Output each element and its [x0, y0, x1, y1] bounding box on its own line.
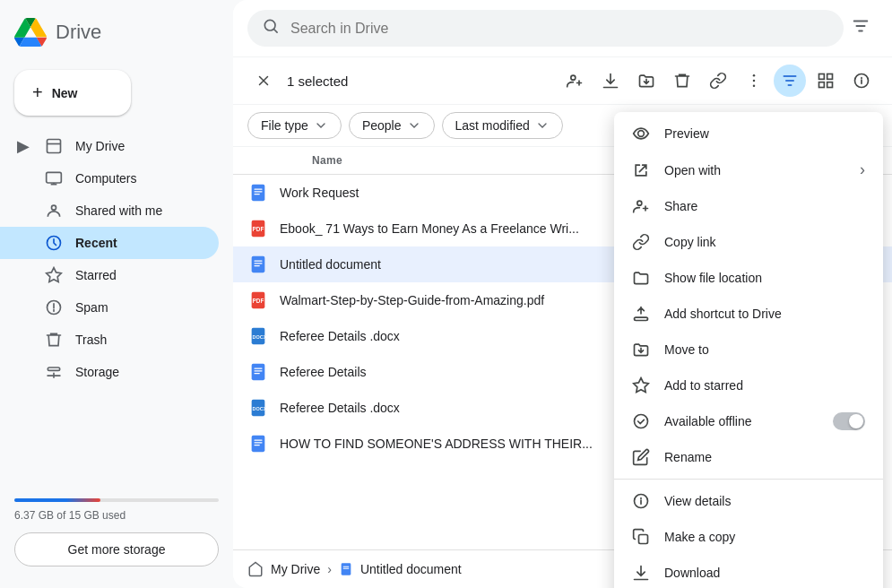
breadcrumb-drive-icon	[247, 561, 264, 577]
menu-item-move-to[interactable]: Move to	[614, 332, 883, 368]
sidebar-label-recent: Recent	[75, 236, 117, 250]
storage-text: 6.37 GB of 15 GB used	[14, 509, 219, 522]
svg-text:PDF: PDF	[253, 298, 264, 304]
new-button-label: New	[52, 86, 78, 100]
share-user-button[interactable]	[559, 65, 591, 97]
search-input[interactable]	[290, 21, 829, 37]
download-menu-icon	[632, 564, 650, 582]
move-to-icon	[632, 341, 650, 359]
sidebar-item-spam[interactable]: ▶ Spam	[0, 291, 219, 324]
download-label: Download	[664, 566, 865, 580]
svg-rect-31	[254, 373, 259, 374]
file-icon-1	[247, 182, 269, 203]
starred-icon	[45, 266, 63, 284]
delete-button[interactable]	[666, 65, 698, 97]
svg-rect-11	[819, 82, 825, 88]
svg-point-8	[753, 85, 756, 88]
sidebar-label-storage: Storage	[75, 365, 119, 379]
menu-item-view-details[interactable]: View details	[614, 483, 883, 519]
menu-item-rename[interactable]: Rename	[614, 439, 883, 475]
computers-icon	[45, 169, 63, 187]
svg-rect-29	[254, 368, 262, 368]
svg-rect-22	[254, 263, 262, 264]
available-offline-toggle[interactable]	[833, 412, 865, 430]
file-icon-3	[247, 254, 269, 275]
spam-icon	[45, 298, 63, 316]
my-drive-icon	[45, 137, 63, 155]
menu-item-available-offline[interactable]: Available offline	[614, 403, 883, 439]
breadcrumb-file[interactable]: Untitled document	[360, 562, 462, 576]
tune-icon[interactable]	[844, 9, 878, 48]
view-details-label: View details	[664, 494, 865, 508]
menu-item-show-location[interactable]: Show file location	[614, 260, 883, 296]
last-modified-filter[interactable]: Last modified	[442, 112, 563, 139]
sidebar: Drive + New ▶ My Drive ▶ Computers ▶	[0, 0, 233, 588]
context-menu: Preview Open with › Share Copy link Show…	[614, 112, 883, 588]
last-modified-chevron-icon	[535, 118, 550, 133]
grid-view-button[interactable]	[810, 65, 842, 97]
share-label: Share	[664, 199, 865, 213]
storage-section: 6.37 GB of 15 GB used Get more storage	[0, 484, 233, 581]
rename-label: Rename	[664, 450, 865, 464]
svg-rect-21	[254, 260, 262, 261]
menu-divider-1	[614, 479, 883, 480]
menu-item-add-shortcut[interactable]: Add shortcut to Drive	[614, 296, 883, 332]
svg-rect-40	[343, 566, 350, 567]
svg-rect-37	[254, 442, 262, 443]
menu-item-download[interactable]: Download	[614, 555, 883, 588]
preview-icon	[632, 125, 650, 143]
svg-rect-9	[819, 74, 825, 80]
svg-rect-16	[254, 191, 262, 192]
make-copy-label: Make a copy	[664, 530, 865, 544]
menu-item-make-copy[interactable]: Make a copy	[614, 519, 883, 555]
svg-point-42	[638, 131, 645, 137]
add-shortcut-label: Add shortcut to Drive	[664, 307, 865, 321]
people-chevron-icon	[407, 118, 421, 133]
download-button[interactable]	[594, 65, 627, 97]
plus-icon: +	[32, 82, 43, 103]
toolbar-icons	[559, 65, 878, 97]
open-with-icon	[632, 161, 650, 179]
sidebar-item-my-drive[interactable]: ▶ My Drive	[0, 130, 219, 162]
file-icon-4: PDF	[247, 290, 269, 311]
sidebar-item-trash[interactable]: ▶ Trash	[0, 324, 219, 356]
get-storage-button[interactable]: Get more storage	[14, 532, 219, 566]
svg-rect-17	[254, 194, 259, 195]
sidebar-item-shared[interactable]: ▶ Shared with me	[0, 195, 219, 227]
sidebar-item-storage[interactable]: ▶ Storage	[0, 356, 219, 388]
more-actions-button[interactable]	[738, 65, 770, 97]
show-location-icon	[632, 269, 650, 287]
filter-active-button[interactable]	[774, 65, 806, 97]
svg-rect-41	[343, 568, 350, 569]
sidebar-label-shared: Shared with me	[75, 203, 162, 218]
svg-text:DOCX: DOCX	[253, 406, 267, 411]
breadcrumb-root[interactable]: My Drive	[271, 562, 320, 576]
sidebar-label-computers: Computers	[75, 171, 136, 186]
menu-item-open-with[interactable]: Open with ›	[614, 151, 883, 188]
move-to-folder-button[interactable]	[630, 65, 663, 97]
people-filter[interactable]: People	[349, 112, 435, 139]
menu-item-share[interactable]: Share	[614, 188, 883, 224]
svg-rect-0	[47, 172, 62, 183]
sidebar-label-trash: Trash	[75, 333, 107, 347]
sidebar-item-computers[interactable]: ▶ Computers	[0, 162, 219, 195]
menu-item-preview[interactable]: Preview	[614, 116, 883, 151]
add-starred-icon	[632, 376, 650, 394]
info-button[interactable]	[845, 65, 878, 97]
file-type-filter[interactable]: File type	[247, 112, 342, 139]
svg-rect-12	[827, 82, 833, 88]
new-button[interactable]: + New	[14, 70, 131, 116]
sidebar-item-starred[interactable]: ▶ Starred	[0, 259, 219, 291]
storage-bar-fill	[14, 498, 100, 502]
search-icon	[262, 17, 280, 39]
sidebar-item-recent[interactable]: ▶ Recent	[0, 227, 219, 259]
menu-item-add-starred[interactable]: Add to starred	[614, 368, 883, 403]
copy-link-button[interactable]	[702, 65, 734, 97]
file-icon-5: DOCX	[247, 325, 269, 347]
menu-item-copy-link[interactable]: Copy link	[614, 224, 883, 260]
toolbar: 1 selected	[233, 57, 892, 105]
make-copy-icon	[632, 528, 650, 546]
close-selection-button[interactable]	[247, 65, 280, 97]
file-icon-8	[247, 433, 269, 454]
breadcrumb-separator: ›	[327, 562, 332, 576]
